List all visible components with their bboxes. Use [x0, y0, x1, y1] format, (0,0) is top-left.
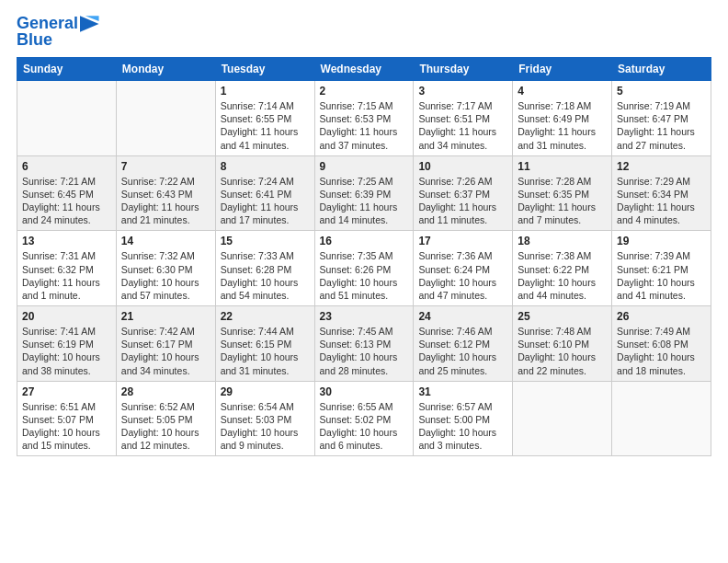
week-row-2: 6Sunrise: 7:21 AM Sunset: 6:45 PM Daylig… [17, 155, 711, 231]
day-number: 24 [418, 310, 507, 323]
day-number: 3 [418, 85, 507, 98]
calendar-cell: 20Sunrise: 7:41 AM Sunset: 6:19 PM Dayli… [17, 306, 117, 382]
calendar-cell: 28Sunrise: 6:52 AM Sunset: 5:05 PM Dayli… [116, 381, 215, 456]
day-detail: Sunrise: 7:15 AM Sunset: 6:53 PM Dayligh… [320, 99, 409, 152]
day-detail: Sunrise: 6:52 AM Sunset: 5:05 PM Dayligh… [121, 400, 210, 453]
calendar-cell: 9Sunrise: 7:25 AM Sunset: 6:39 PM Daylig… [314, 155, 414, 231]
week-row-5: 27Sunrise: 6:51 AM Sunset: 5:07 PM Dayli… [17, 381, 711, 456]
calendar-cell [513, 381, 612, 456]
day-detail: Sunrise: 7:44 AM Sunset: 6:15 PM Dayligh… [221, 325, 310, 377]
day-detail: Sunrise: 7:49 AM Sunset: 6:08 PM Dayligh… [617, 325, 706, 377]
calendar-table: SundayMondayTuesdayWednesdayThursdayFrid… [17, 57, 711, 456]
calendar-cell: 12Sunrise: 7:29 AM Sunset: 6:34 PM Dayli… [612, 155, 711, 231]
calendar-cell [116, 81, 215, 156]
day-detail: Sunrise: 7:22 AM Sunset: 6:43 PM Dayligh… [121, 175, 210, 227]
day-detail: Sunrise: 7:38 AM Sunset: 6:22 PM Dayligh… [518, 249, 607, 302]
page: General Blue SundayMondayTuesdayWednesda… [0, 0, 728, 563]
day-number: 17 [418, 235, 507, 247]
weekday-header-wednesday: Wednesday [314, 58, 414, 81]
day-number: 4 [518, 85, 607, 98]
day-detail: Sunrise: 7:17 AM Sunset: 6:51 PM Dayligh… [418, 99, 507, 152]
calendar-cell: 1Sunrise: 7:14 AM Sunset: 6:55 PM Daylig… [215, 81, 314, 156]
day-number: 26 [617, 310, 706, 323]
day-number: 27 [22, 385, 111, 398]
calendar-cell: 19Sunrise: 7:39 AM Sunset: 6:21 PM Dayli… [612, 231, 711, 306]
weekday-header-row: SundayMondayTuesdayWednesdayThursdayFrid… [17, 58, 711, 81]
day-detail: Sunrise: 7:18 AM Sunset: 6:49 PM Dayligh… [518, 99, 607, 152]
calendar-cell: 15Sunrise: 7:33 AM Sunset: 6:28 PM Dayli… [215, 231, 314, 306]
day-number: 8 [221, 160, 310, 173]
day-detail: Sunrise: 7:26 AM Sunset: 6:37 PM Dayligh… [418, 175, 507, 227]
week-row-1: 1Sunrise: 7:14 AM Sunset: 6:55 PM Daylig… [17, 81, 711, 156]
day-detail: Sunrise: 6:51 AM Sunset: 5:07 PM Dayligh… [22, 400, 111, 453]
calendar-cell: 5Sunrise: 7:19 AM Sunset: 6:47 PM Daylig… [612, 81, 711, 156]
calendar-cell: 31Sunrise: 6:57 AM Sunset: 5:00 PM Dayli… [414, 381, 513, 456]
calendar-cell: 27Sunrise: 6:51 AM Sunset: 5:07 PM Dayli… [17, 381, 117, 456]
day-detail: Sunrise: 7:36 AM Sunset: 6:24 PM Dayligh… [418, 249, 507, 302]
day-number: 30 [320, 385, 409, 398]
calendar-cell: 2Sunrise: 7:15 AM Sunset: 6:53 PM Daylig… [314, 81, 414, 156]
day-number: 13 [22, 235, 111, 247]
calendar-cell: 24Sunrise: 7:46 AM Sunset: 6:12 PM Dayli… [414, 306, 513, 382]
week-row-4: 20Sunrise: 7:41 AM Sunset: 6:19 PM Dayli… [17, 306, 711, 382]
calendar-cell: 29Sunrise: 6:54 AM Sunset: 5:03 PM Dayli… [215, 381, 314, 456]
calendar-cell: 10Sunrise: 7:26 AM Sunset: 6:37 PM Dayli… [414, 155, 513, 231]
weekday-header-thursday: Thursday [414, 58, 513, 81]
day-detail: Sunrise: 7:46 AM Sunset: 6:12 PM Dayligh… [418, 325, 507, 377]
day-detail: Sunrise: 6:54 AM Sunset: 5:03 PM Dayligh… [221, 400, 310, 453]
day-detail: Sunrise: 6:55 AM Sunset: 5:02 PM Dayligh… [320, 400, 409, 453]
calendar-cell: 17Sunrise: 7:36 AM Sunset: 6:24 PM Dayli… [414, 231, 513, 306]
calendar-cell [17, 81, 117, 156]
day-detail: Sunrise: 7:33 AM Sunset: 6:28 PM Dayligh… [221, 249, 310, 302]
calendar-cell: 22Sunrise: 7:44 AM Sunset: 6:15 PM Dayli… [215, 306, 314, 382]
day-number: 1 [221, 85, 310, 98]
weekday-header-saturday: Saturday [612, 58, 711, 81]
day-detail: Sunrise: 7:28 AM Sunset: 6:35 PM Dayligh… [518, 175, 607, 227]
day-number: 10 [418, 160, 507, 173]
day-number: 6 [22, 160, 111, 173]
day-number: 15 [221, 235, 310, 247]
calendar-cell: 26Sunrise: 7:49 AM Sunset: 6:08 PM Dayli… [612, 306, 711, 382]
weekday-header-tuesday: Tuesday [215, 58, 314, 81]
calendar-cell: 16Sunrise: 7:35 AM Sunset: 6:26 PM Dayli… [314, 231, 414, 306]
day-number: 9 [320, 160, 409, 173]
day-number: 23 [320, 310, 409, 323]
day-detail: Sunrise: 7:35 AM Sunset: 6:26 PM Dayligh… [320, 249, 409, 302]
day-detail: Sunrise: 6:57 AM Sunset: 5:00 PM Dayligh… [418, 400, 507, 453]
day-number: 16 [320, 235, 409, 247]
day-number: 31 [418, 385, 507, 398]
day-number: 14 [121, 235, 210, 247]
day-number: 29 [221, 385, 310, 398]
day-detail: Sunrise: 7:25 AM Sunset: 6:39 PM Dayligh… [320, 175, 409, 227]
calendar-cell: 23Sunrise: 7:45 AM Sunset: 6:13 PM Dayli… [314, 306, 414, 382]
day-number: 5 [617, 85, 706, 98]
calendar-cell: 25Sunrise: 7:48 AM Sunset: 6:10 PM Dayli… [513, 306, 612, 382]
calendar-cell: 3Sunrise: 7:17 AM Sunset: 6:51 PM Daylig… [414, 81, 513, 156]
calendar-cell: 13Sunrise: 7:31 AM Sunset: 6:32 PM Dayli… [17, 231, 117, 306]
logo-icon [80, 14, 100, 34]
day-number: 2 [320, 85, 409, 98]
weekday-header-friday: Friday [513, 58, 612, 81]
header: General Blue [17, 14, 711, 50]
day-detail: Sunrise: 7:21 AM Sunset: 6:45 PM Dayligh… [22, 175, 111, 227]
day-number: 7 [121, 160, 210, 173]
day-detail: Sunrise: 7:39 AM Sunset: 6:21 PM Dayligh… [617, 249, 706, 302]
day-detail: Sunrise: 7:19 AM Sunset: 6:47 PM Dayligh… [617, 99, 706, 152]
day-number: 19 [617, 235, 706, 247]
day-detail: Sunrise: 7:42 AM Sunset: 6:17 PM Dayligh… [121, 325, 210, 377]
day-number: 21 [121, 310, 210, 323]
calendar-cell: 4Sunrise: 7:18 AM Sunset: 6:49 PM Daylig… [513, 81, 612, 156]
calendar-cell: 7Sunrise: 7:22 AM Sunset: 6:43 PM Daylig… [116, 155, 215, 231]
weekday-header-sunday: Sunday [17, 58, 117, 81]
weekday-header-monday: Monday [116, 58, 215, 81]
calendar-cell: 11Sunrise: 7:28 AM Sunset: 6:35 PM Dayli… [513, 155, 612, 231]
day-detail: Sunrise: 7:14 AM Sunset: 6:55 PM Dayligh… [221, 99, 310, 152]
day-detail: Sunrise: 7:45 AM Sunset: 6:13 PM Dayligh… [320, 325, 409, 377]
calendar-cell: 8Sunrise: 7:24 AM Sunset: 6:41 PM Daylig… [215, 155, 314, 231]
day-number: 22 [221, 310, 310, 323]
day-detail: Sunrise: 7:24 AM Sunset: 6:41 PM Dayligh… [221, 175, 310, 227]
day-number: 11 [518, 160, 607, 173]
day-number: 25 [518, 310, 607, 323]
calendar-cell: 14Sunrise: 7:32 AM Sunset: 6:30 PM Dayli… [116, 231, 215, 306]
calendar-cell: 6Sunrise: 7:21 AM Sunset: 6:45 PM Daylig… [17, 155, 117, 231]
